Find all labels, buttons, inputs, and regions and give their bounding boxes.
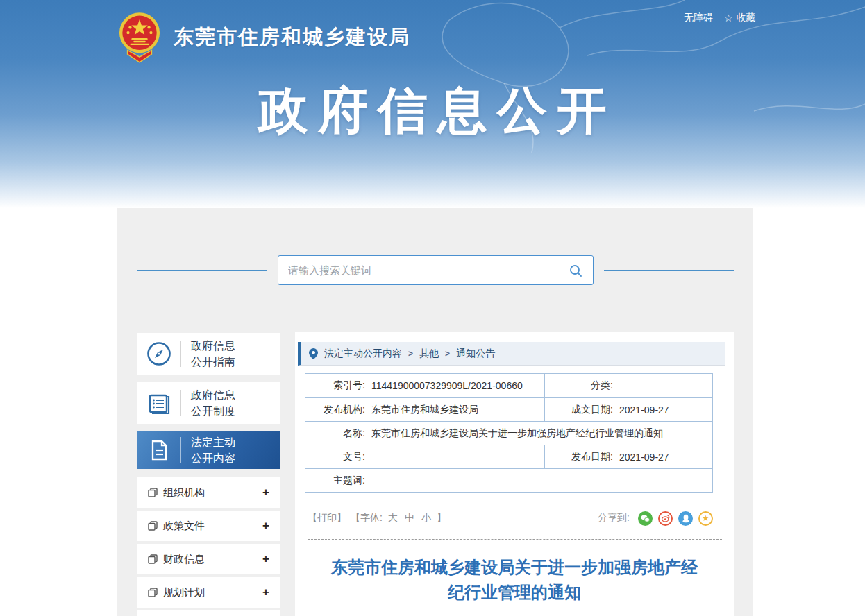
share-label: 分享到: <box>598 512 630 524</box>
breadcrumb-item[interactable]: 其他 <box>419 348 439 360</box>
sidebar-item-planning[interactable]: 规划计划 + <box>137 577 280 608</box>
index-number-value: 11441900007329909L/2021-00660 <box>371 380 523 391</box>
breadcrumb-separator: > <box>408 349 413 359</box>
index-number-label: 索引号: <box>305 379 365 392</box>
breadcrumb-item[interactable]: 通知公告 <box>456 348 495 360</box>
search-input[interactable] <box>288 264 568 276</box>
sidebar-item-disclosure-guide[interactable]: 政府信息 公开指南 <box>137 333 280 375</box>
site-title: 东莞市住房和城乡建设局 <box>174 24 410 51</box>
publish-date-label: 发布日期: <box>545 451 613 463</box>
sidebar-sub-label: 政策文件 <box>163 520 262 533</box>
breadcrumb-item[interactable]: 法定主动公开内容 <box>324 348 402 360</box>
document-icon <box>137 438 180 462</box>
font-size-large-button[interactable]: 大 <box>388 512 398 524</box>
rules-book-icon <box>137 390 180 416</box>
sidebar-item-label: 公开内容 <box>191 452 235 464</box>
title-value: 东莞市住房和城乡建设局关于进一步加强房地产经纪行业管理的通知 <box>371 427 663 440</box>
document-meta-table: 索引号: 11441900007329909L/2021-00660 分类: 发… <box>305 373 713 493</box>
star-glyph: ★ <box>702 514 709 522</box>
sidebar-item-label: 公开指南 <box>191 356 235 368</box>
table-row: 发布机构: 东莞市住房和城乡建设局 成文日期: 2021-09-27 <box>305 397 712 421</box>
dashed-divider <box>308 539 722 540</box>
publish-date-value: 2021-09-27 <box>619 452 669 463</box>
breadcrumb: 法定主动公开内容 > 其他 > 通知公告 <box>298 342 725 366</box>
expand-plus-icon[interactable]: + <box>262 519 269 533</box>
search-icon[interactable] <box>568 263 583 278</box>
banner-title: 政府信息公开 <box>0 78 865 144</box>
accessibility-link[interactable]: 无障碍 <box>684 12 713 24</box>
divider <box>180 390 181 416</box>
favorite-link[interactable]: ☆ 收藏 <box>724 12 756 24</box>
sidebar-item-fiscal-info[interactable]: 财政信息 + <box>137 544 280 574</box>
category-label: 分类: <box>545 379 613 392</box>
expand-plus-icon[interactable]: + <box>262 486 269 499</box>
table-row: 索引号: 11441900007329909L/2021-00660 分类: <box>305 374 712 397</box>
pages-icon <box>148 588 158 597</box>
issuing-agency-label: 发布机构: <box>305 404 365 416</box>
divider <box>180 341 181 367</box>
breadcrumb-separator: > <box>445 349 450 359</box>
sidebar-sub-label: 规划计划 <box>163 586 262 599</box>
article-title-block: 东莞市住房和城乡建设局关于进一步加强房地产经纪行业管理的通知 <box>295 555 734 605</box>
pages-icon <box>148 554 158 564</box>
location-pin-icon <box>309 348 318 359</box>
article-toolbar: 【打印】 【字体: 大 中 小 】 分享到: ★ <box>308 510 713 527</box>
sidebar-item-label: 法定主动 <box>191 436 235 448</box>
search-divider-left <box>137 270 267 271</box>
national-emblem-logo <box>118 10 161 65</box>
issuing-agency-value: 东莞市住房和城乡建设局 <box>371 404 478 416</box>
expand-plus-icon[interactable]: + <box>262 552 269 566</box>
sidebar-item-clipped[interactable] <box>137 610 280 616</box>
title-label: 名称: <box>305 427 365 440</box>
print-button[interactable]: 【打印】 <box>308 512 346 524</box>
weibo-share-icon[interactable] <box>658 511 673 526</box>
search-box <box>278 255 594 285</box>
pages-icon <box>148 488 158 497</box>
sidebar-sub-label: 组织机构 <box>163 486 262 499</box>
written-date-label: 成文日期: <box>545 404 613 416</box>
sidebar-item-label: 公开制度 <box>191 405 235 417</box>
search-divider-right <box>604 270 734 271</box>
table-row: 主题词: <box>305 468 712 492</box>
written-date-value: 2021-09-27 <box>619 404 669 416</box>
table-row: 文号: 发布日期: 2021-09-27 <box>305 445 712 468</box>
sidebar-item-organization[interactable]: 组织机构 + <box>137 477 280 508</box>
pages-icon <box>148 521 158 531</box>
sidebar-item-policy-documents[interactable]: 政策文件 + <box>137 511 280 541</box>
font-size-small-button[interactable]: 小 <box>421 512 431 524</box>
qzone-share-icon[interactable]: ★ <box>698 511 713 526</box>
sidebar-item-label: 政府信息 <box>191 389 235 401</box>
subject-words-label: 主题词: <box>305 474 365 487</box>
sidebar-sub-label: 财政信息 <box>163 553 262 566</box>
font-size-label-close: 】 <box>437 512 446 524</box>
expand-plus-icon[interactable]: + <box>262 585 269 599</box>
header-utility-links: 无障碍 ☆ 收藏 <box>684 12 756 24</box>
favorite-star-icon: ☆ <box>724 12 733 24</box>
divider <box>180 437 181 463</box>
sidebar-item-disclosure-system[interactable]: 政府信息 公开制度 <box>137 382 280 424</box>
doc-number-label: 文号: <box>305 451 365 463</box>
font-size-label: 【字体: <box>351 512 383 524</box>
qq-share-icon[interactable] <box>678 511 693 526</box>
sidebar-item-statutory-disclosure[interactable]: 法定主动 公开内容 <box>137 431 280 469</box>
table-row: 名称: 东莞市住房和城乡建设局关于进一步加强房地产经纪行业管理的通知 <box>305 421 712 445</box>
article-title: 东莞市住房和城乡建设局关于进一步加强房地产经纪行业管理的通知 <box>326 555 704 605</box>
page-header: 东莞市住房和城乡建设局 无障碍 ☆ 收藏 政府信息公开 <box>0 0 865 208</box>
wechat-share-icon[interactable] <box>638 511 653 526</box>
font-size-medium-button[interactable]: 中 <box>405 512 414 524</box>
sidebar-item-label: 政府信息 <box>191 340 235 352</box>
compass-icon <box>137 341 180 367</box>
